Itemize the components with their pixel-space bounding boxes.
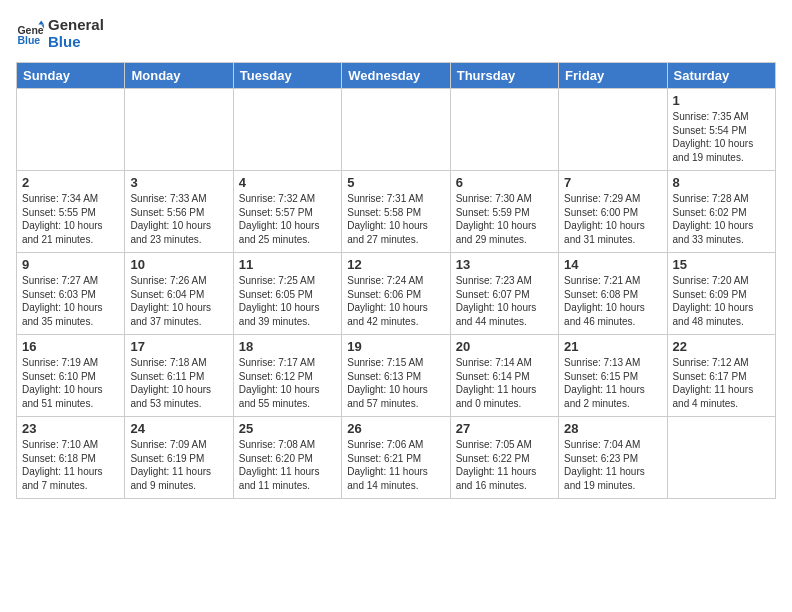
day-number: 23 [22,421,119,436]
day-info: Sunrise: 7:06 AMSunset: 6:21 PMDaylight:… [347,438,444,492]
day-info: Sunrise: 7:26 AMSunset: 6:04 PMDaylight:… [130,274,227,328]
header-tuesday: Tuesday [233,63,341,89]
day-info: Sunrise: 7:34 AMSunset: 5:55 PMDaylight:… [22,192,119,246]
day-number: 16 [22,339,119,354]
svg-text:Blue: Blue [17,34,40,46]
day-info: Sunrise: 7:28 AMSunset: 6:02 PMDaylight:… [673,192,770,246]
week-row-0: 1Sunrise: 7:35 AMSunset: 5:54 PMDaylight… [17,89,776,171]
day-number: 28 [564,421,661,436]
day-info: Sunrise: 7:20 AMSunset: 6:09 PMDaylight:… [673,274,770,328]
logo-blue: Blue [48,33,104,50]
day-cell: 15Sunrise: 7:20 AMSunset: 6:09 PMDayligh… [667,253,775,335]
day-number: 27 [456,421,553,436]
day-cell: 3Sunrise: 7:33 AMSunset: 5:56 PMDaylight… [125,171,233,253]
day-info: Sunrise: 7:09 AMSunset: 6:19 PMDaylight:… [130,438,227,492]
day-cell: 26Sunrise: 7:06 AMSunset: 6:21 PMDayligh… [342,417,450,499]
day-number: 6 [456,175,553,190]
day-info: Sunrise: 7:35 AMSunset: 5:54 PMDaylight:… [673,110,770,164]
day-number: 10 [130,257,227,272]
day-cell: 16Sunrise: 7:19 AMSunset: 6:10 PMDayligh… [17,335,125,417]
day-cell: 2Sunrise: 7:34 AMSunset: 5:55 PMDaylight… [17,171,125,253]
day-number: 14 [564,257,661,272]
day-number: 21 [564,339,661,354]
day-number: 2 [22,175,119,190]
day-cell: 1Sunrise: 7:35 AMSunset: 5:54 PMDaylight… [667,89,775,171]
day-cell: 7Sunrise: 7:29 AMSunset: 6:00 PMDaylight… [559,171,667,253]
day-number: 7 [564,175,661,190]
header-thursday: Thursday [450,63,558,89]
day-cell: 4Sunrise: 7:32 AMSunset: 5:57 PMDaylight… [233,171,341,253]
day-number: 1 [673,93,770,108]
day-number: 25 [239,421,336,436]
day-info: Sunrise: 7:12 AMSunset: 6:17 PMDaylight:… [673,356,770,410]
week-row-3: 16Sunrise: 7:19 AMSunset: 6:10 PMDayligh… [17,335,776,417]
day-info: Sunrise: 7:21 AMSunset: 6:08 PMDaylight:… [564,274,661,328]
logo: General Blue General Blue [16,16,104,50]
day-info: Sunrise: 7:05 AMSunset: 6:22 PMDaylight:… [456,438,553,492]
day-info: Sunrise: 7:13 AMSunset: 6:15 PMDaylight:… [564,356,661,410]
day-number: 11 [239,257,336,272]
day-info: Sunrise: 7:18 AMSunset: 6:11 PMDaylight:… [130,356,227,410]
day-cell: 21Sunrise: 7:13 AMSunset: 6:15 PMDayligh… [559,335,667,417]
calendar-header-row: SundayMondayTuesdayWednesdayThursdayFrid… [17,63,776,89]
day-info: Sunrise: 7:14 AMSunset: 6:14 PMDaylight:… [456,356,553,410]
day-info: Sunrise: 7:31 AMSunset: 5:58 PMDaylight:… [347,192,444,246]
day-number: 26 [347,421,444,436]
day-cell: 8Sunrise: 7:28 AMSunset: 6:02 PMDaylight… [667,171,775,253]
day-cell [17,89,125,171]
day-cell: 18Sunrise: 7:17 AMSunset: 6:12 PMDayligh… [233,335,341,417]
day-number: 17 [130,339,227,354]
day-cell: 14Sunrise: 7:21 AMSunset: 6:08 PMDayligh… [559,253,667,335]
day-cell: 13Sunrise: 7:23 AMSunset: 6:07 PMDayligh… [450,253,558,335]
day-cell: 23Sunrise: 7:10 AMSunset: 6:18 PMDayligh… [17,417,125,499]
day-info: Sunrise: 7:32 AMSunset: 5:57 PMDaylight:… [239,192,336,246]
week-row-1: 2Sunrise: 7:34 AMSunset: 5:55 PMDaylight… [17,171,776,253]
day-number: 18 [239,339,336,354]
day-number: 8 [673,175,770,190]
week-row-2: 9Sunrise: 7:27 AMSunset: 6:03 PMDaylight… [17,253,776,335]
header-friday: Friday [559,63,667,89]
logo-icon: General Blue [16,19,44,47]
day-number: 24 [130,421,227,436]
svg-marker-2 [38,20,44,24]
day-cell [559,89,667,171]
day-cell [125,89,233,171]
day-cell: 24Sunrise: 7:09 AMSunset: 6:19 PMDayligh… [125,417,233,499]
day-cell: 25Sunrise: 7:08 AMSunset: 6:20 PMDayligh… [233,417,341,499]
day-info: Sunrise: 7:17 AMSunset: 6:12 PMDaylight:… [239,356,336,410]
header-wednesday: Wednesday [342,63,450,89]
day-info: Sunrise: 7:33 AMSunset: 5:56 PMDaylight:… [130,192,227,246]
day-info: Sunrise: 7:19 AMSunset: 6:10 PMDaylight:… [22,356,119,410]
header-sunday: Sunday [17,63,125,89]
logo-general: General [48,16,104,33]
day-cell: 28Sunrise: 7:04 AMSunset: 6:23 PMDayligh… [559,417,667,499]
page-header: General Blue General Blue [16,16,776,50]
day-cell: 20Sunrise: 7:14 AMSunset: 6:14 PMDayligh… [450,335,558,417]
week-row-4: 23Sunrise: 7:10 AMSunset: 6:18 PMDayligh… [17,417,776,499]
day-number: 3 [130,175,227,190]
day-info: Sunrise: 7:23 AMSunset: 6:07 PMDaylight:… [456,274,553,328]
day-cell: 6Sunrise: 7:30 AMSunset: 5:59 PMDaylight… [450,171,558,253]
day-cell [342,89,450,171]
day-number: 4 [239,175,336,190]
day-info: Sunrise: 7:10 AMSunset: 6:18 PMDaylight:… [22,438,119,492]
calendar-table: SundayMondayTuesdayWednesdayThursdayFrid… [16,62,776,499]
day-info: Sunrise: 7:27 AMSunset: 6:03 PMDaylight:… [22,274,119,328]
day-cell: 19Sunrise: 7:15 AMSunset: 6:13 PMDayligh… [342,335,450,417]
day-number: 22 [673,339,770,354]
day-info: Sunrise: 7:04 AMSunset: 6:23 PMDaylight:… [564,438,661,492]
day-cell: 11Sunrise: 7:25 AMSunset: 6:05 PMDayligh… [233,253,341,335]
day-number: 19 [347,339,444,354]
day-cell: 5Sunrise: 7:31 AMSunset: 5:58 PMDaylight… [342,171,450,253]
day-number: 15 [673,257,770,272]
day-number: 20 [456,339,553,354]
day-info: Sunrise: 7:08 AMSunset: 6:20 PMDaylight:… [239,438,336,492]
day-number: 9 [22,257,119,272]
day-cell: 10Sunrise: 7:26 AMSunset: 6:04 PMDayligh… [125,253,233,335]
day-cell: 17Sunrise: 7:18 AMSunset: 6:11 PMDayligh… [125,335,233,417]
day-cell: 22Sunrise: 7:12 AMSunset: 6:17 PMDayligh… [667,335,775,417]
day-info: Sunrise: 7:24 AMSunset: 6:06 PMDaylight:… [347,274,444,328]
day-cell: 27Sunrise: 7:05 AMSunset: 6:22 PMDayligh… [450,417,558,499]
day-cell [450,89,558,171]
day-number: 13 [456,257,553,272]
